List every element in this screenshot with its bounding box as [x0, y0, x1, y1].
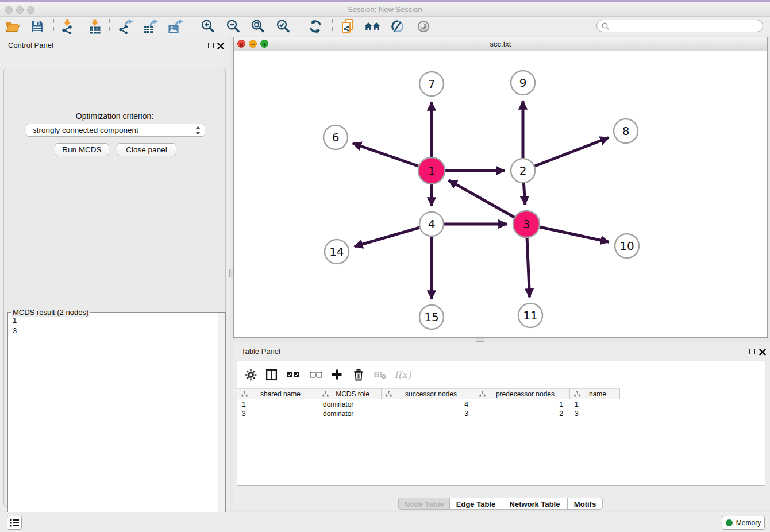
column-header-predecessor-nodes[interactable]: predecessor nodes — [475, 388, 570, 399]
mcds-panel: Optimization criterion: strongly connect… — [3, 68, 226, 507]
vertical-split-handle[interactable] — [229, 269, 233, 277]
main-titlebar[interactable]: Session: New Session — [0, 2, 770, 17]
open-session-icon[interactable] — [4, 18, 21, 34]
table-cell[interactable]: 1 — [475, 400, 570, 409]
control-panel-title: Control Panel — [8, 41, 53, 49]
close-panel-button[interactable]: Close panel — [117, 143, 176, 156]
table-panel-tabs: Node Table Edge Table Network Table Moti… — [398, 498, 603, 510]
import-network-icon[interactable] — [59, 18, 76, 34]
run-mcds-button[interactable]: Run MCDS — [55, 143, 109, 156]
import-table-icon[interactable] — [86, 18, 103, 34]
node-label: 6 — [332, 130, 340, 144]
table-cell[interactable]: 4 — [382, 400, 475, 409]
application-window: Session: New Session — [0, 0, 770, 532]
close-table-panel-icon[interactable] — [759, 349, 766, 356]
delete-table-icon — [372, 367, 389, 383]
table-rows: 1dominator4113dominator323 — [237, 400, 765, 418]
node-8[interactable]: 8 — [614, 119, 638, 143]
node-label: 14 — [329, 245, 344, 259]
table-settings-icon[interactable] — [242, 367, 259, 383]
node-label: 11 — [523, 309, 537, 322]
create-column-icon[interactable] — [328, 367, 345, 383]
memory-status-icon — [726, 519, 733, 526]
search-field — [596, 20, 763, 32]
tab-motifs[interactable]: Motifs — [568, 498, 603, 510]
node-2[interactable]: 2 — [511, 159, 535, 183]
table-cell[interactable]: dominator — [318, 400, 382, 409]
zoom-selected-icon[interactable] — [275, 18, 292, 34]
tab-node-table[interactable]: Node Table — [398, 498, 450, 510]
table-cell[interactable]: 2 — [475, 409, 570, 418]
node-3[interactable]: 3 — [513, 211, 540, 237]
show-all-columns-icon[interactable] — [284, 367, 302, 383]
node-14[interactable]: 14 — [325, 240, 349, 264]
table-panel: Table Panel f(x) — [233, 342, 770, 510]
column-header-successor-nodes[interactable]: successor nodes — [382, 388, 475, 399]
table-cell[interactable]: 1 — [570, 400, 620, 409]
float-table-panel-icon[interactable] — [749, 349, 755, 354]
node-label: 15 — [424, 310, 438, 324]
search-input[interactable] — [612, 21, 758, 32]
float-panel-icon[interactable] — [208, 43, 214, 48]
first-neighbors-icon[interactable] — [364, 18, 381, 34]
mcds-result-line: 1 — [8, 315, 225, 326]
export-table-icon[interactable] — [141, 18, 159, 34]
node-1[interactable]: 1 — [418, 157, 445, 184]
node-label: 8 — [622, 124, 630, 138]
control-panel-header: Control Panel — [0, 36, 230, 54]
node-6[interactable]: 6 — [324, 125, 348, 149]
control-panel: Control Panel Network Style Select MCDS … — [0, 36, 230, 510]
table-cell[interactable]: 3 — [570, 409, 620, 418]
task-history-button[interactable] — [7, 516, 22, 530]
function-builder-icon: f(x) — [391, 367, 414, 383]
node-label: 9 — [519, 76, 527, 90]
memory-button-label: Memory — [736, 519, 761, 527]
optimization-criterion-value: strongly connected component — [33, 126, 138, 134]
close-panel-icon[interactable] — [217, 43, 224, 49]
zoom-out-icon[interactable] — [225, 18, 242, 34]
table-row[interactable]: 1dominator411 — [237, 400, 765, 409]
delete-column-icon[interactable] — [350, 367, 367, 383]
task-list-icon — [10, 519, 19, 527]
hide-all-columns-icon[interactable] — [307, 367, 325, 383]
refresh-layout-icon[interactable] — [307, 18, 324, 34]
column-chooser-icon[interactable] — [263, 367, 280, 383]
tab-network-table[interactable]: Network Table — [502, 498, 568, 510]
node-4[interactable]: 4 — [419, 212, 444, 236]
graphics-details-icon[interactable] — [415, 18, 432, 34]
mcds-result-line: 3 — [8, 326, 225, 336]
save-session-icon[interactable] — [28, 18, 45, 34]
column-header-MCDS-role[interactable]: MCDS role — [318, 388, 382, 399]
table-cell[interactable]: 1 — [237, 400, 318, 409]
tab-edge-table[interactable]: Edge Table — [450, 498, 502, 510]
table-cell[interactable]: 3 — [382, 409, 475, 418]
node-9[interactable]: 9 — [511, 71, 535, 95]
result-scrollbar[interactable] — [218, 313, 225, 532]
zoom-in-icon[interactable] — [199, 18, 217, 34]
edge-2-8[interactable] — [523, 138, 609, 171]
network-window-titlebar[interactable]: scc.txt — [234, 37, 767, 51]
network-graph-canvas[interactable]: 1234678910111415 — [234, 51, 767, 337]
column-header-shared-name[interactable]: shared name — [237, 388, 318, 399]
toggle-styles-icon[interactable] — [389, 18, 406, 34]
node-11[interactable]: 11 — [518, 303, 542, 327]
table-header-row: shared nameMCDS rolesuccessor nodesprede… — [237, 388, 620, 399]
node-10[interactable]: 10 — [615, 234, 639, 258]
table-row[interactable]: 3dominator323 — [237, 409, 765, 418]
horizontal-split-handle[interactable] — [476, 338, 484, 342]
clone-network-icon[interactable] — [339, 18, 356, 34]
node-7[interactable]: 7 — [419, 72, 444, 96]
export-image-icon[interactable] — [167, 18, 184, 34]
zoom-fit-icon[interactable] — [249, 18, 267, 34]
select-chevrons-icon — [195, 126, 201, 135]
export-network-icon[interactable] — [117, 18, 134, 34]
node-label: 7 — [428, 77, 436, 91]
optimization-criterion-select[interactable]: strongly connected component — [26, 124, 205, 137]
column-header-name[interactable]: name — [570, 388, 620, 399]
node-label: 1 — [428, 164, 436, 178]
memory-button[interactable]: Memory — [722, 516, 765, 530]
search-icon — [601, 22, 610, 31]
node-15[interactable]: 15 — [419, 305, 444, 329]
table-cell[interactable]: dominator — [318, 409, 382, 418]
table-cell[interactable]: 3 — [237, 409, 318, 418]
